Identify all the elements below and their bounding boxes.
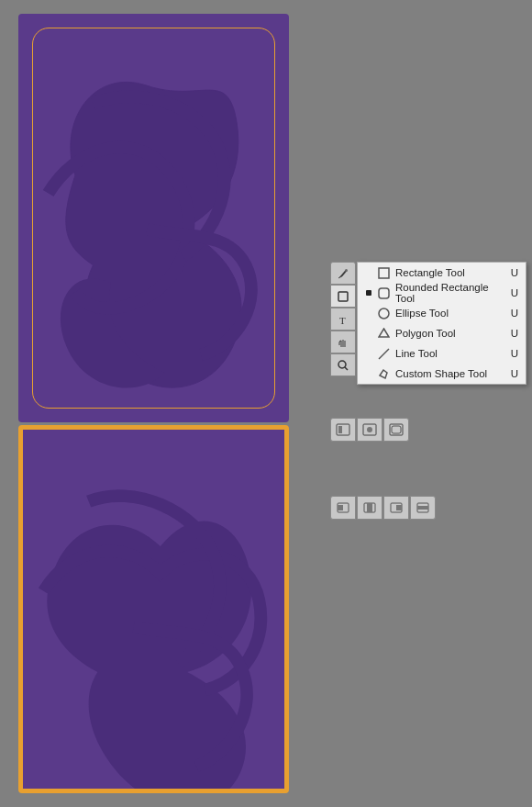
icon-group-2 <box>330 496 436 520</box>
pen-tool-icon[interactable] <box>330 262 356 285</box>
svg-line-4 <box>345 367 348 370</box>
rectangle-tool-item[interactable]: Rectangle Tool U <box>358 263 526 283</box>
svg-point-7 <box>379 308 389 319</box>
align-3-icon[interactable] <box>383 496 409 520</box>
svg-rect-17 <box>338 505 343 510</box>
polygon-dot <box>365 330 372 337</box>
svg-rect-23 <box>417 506 428 510</box>
rectangle-tool-label: Rectangle Tool <box>395 267 506 278</box>
ellipse-tool-shortcut: U <box>511 308 518 319</box>
line-icon <box>376 346 391 361</box>
polygon-icon <box>376 326 391 341</box>
svg-text:T: T <box>339 315 346 326</box>
polygon-tool-shortcut: U <box>511 328 518 339</box>
custom-shape-tool-item[interactable]: Custom Shape Tool U <box>358 364 526 384</box>
svg-rect-19 <box>367 503 372 512</box>
ellipse-icon <box>376 306 391 320</box>
ellipse-dot <box>365 309 372 317</box>
direct-select-icon[interactable] <box>330 285 356 308</box>
rounded-rectangle-icon <box>376 286 391 300</box>
view-mode-2-icon[interactable] <box>357 418 382 442</box>
line-dot <box>365 350 372 357</box>
svg-rect-11 <box>338 426 342 433</box>
view-mode-1-icon[interactable] <box>330 418 356 442</box>
svg-marker-8 <box>379 329 389 337</box>
svg-rect-6 <box>379 288 389 298</box>
rectangle-tool-shortcut: U <box>511 267 518 278</box>
toolbar-area: T Rectangle Tool U Rounded Recta <box>307 0 532 807</box>
ellipse-tool-item[interactable]: Ellipse Tool U <box>358 303 526 323</box>
hand-tool-icon[interactable] <box>330 331 356 353</box>
rectangle-dot <box>365 269 372 276</box>
custom-shape-icon <box>376 366 391 381</box>
svg-point-3 <box>338 361 346 368</box>
zoom-tool-icon[interactable] <box>330 353 356 376</box>
tool-strip: T <box>330 262 356 376</box>
align-2-icon[interactable] <box>357 496 382 520</box>
view-mode-3-icon[interactable] <box>383 418 409 442</box>
ellipse-tool-label: Ellipse Tool <box>395 308 506 319</box>
svg-rect-5 <box>379 268 389 278</box>
polygon-tool-item[interactable]: Polygon Tool U <box>358 323 526 343</box>
top-panel <box>18 14 289 422</box>
svg-line-9 <box>379 349 389 359</box>
line-tool-item[interactable]: Line Tool U <box>358 343 526 364</box>
align-1-icon[interactable] <box>330 496 356 520</box>
rectangle-icon <box>376 265 391 280</box>
custom-shape-tool-label: Custom Shape Tool <box>395 368 506 379</box>
svg-rect-21 <box>396 505 402 510</box>
rounded-rectangle-tool-item[interactable]: Rounded Rectangle Tool U <box>358 283 526 303</box>
line-tool-label: Line Tool <box>395 348 506 359</box>
rounded-rect-dot <box>365 289 372 297</box>
bottom-panel <box>18 425 289 793</box>
line-tool-shortcut: U <box>511 348 518 359</box>
icon-group-1 <box>330 418 409 442</box>
svg-rect-15 <box>392 426 401 433</box>
type-tool-icon[interactable]: T <box>330 308 356 331</box>
svg-point-0 <box>345 269 348 272</box>
rounded-rectangle-tool-label: Rounded Rectangle Tool <box>395 282 506 304</box>
svg-point-13 <box>367 427 372 432</box>
flyout-menu: Rectangle Tool U Rounded Rectangle Tool … <box>357 262 526 385</box>
rounded-rectangle-tool-shortcut: U <box>511 287 518 298</box>
svg-rect-1 <box>338 292 348 301</box>
polygon-tool-label: Polygon Tool <box>395 328 506 339</box>
custom-shape-dot <box>365 370 372 377</box>
canvas-area <box>0 0 307 807</box>
top-panel-border <box>32 28 275 409</box>
custom-shape-tool-shortcut: U <box>511 368 518 379</box>
align-4-icon[interactable] <box>410 496 436 520</box>
